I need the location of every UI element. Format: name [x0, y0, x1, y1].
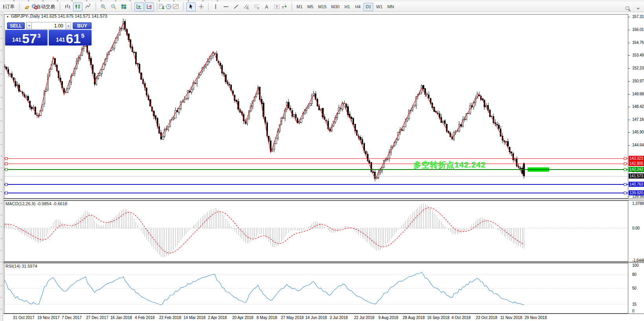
rsi-tick-label: 0 — [632, 309, 634, 313]
sell-price-big: 57 — [22, 33, 37, 44]
date-axis[interactable]: 31 Oct 201719 Nov 20177 Dec 201727 Dec 2… — [3, 314, 644, 321]
timeframe-m1-button[interactable]: M1 — [295, 3, 305, 11]
date-tick-label: 11 Nov 2018 — [500, 316, 522, 320]
arrow-tools-button[interactable]: ▼ — [283, 2, 289, 11]
annotation-text: 多空转折点142.242 — [413, 160, 486, 170]
collapse-panel-icon[interactable]: ▲ — [6, 15, 9, 18]
new-order-label: 订单 — [5, 4, 15, 10]
date-tick-label: 16 Jan 2018 — [110, 316, 132, 320]
overflow-chevron-button[interactable] — [633, 4, 643, 13]
equidistant-channel-button[interactable]: E — [242, 2, 251, 11]
svg-text:F: F — [257, 7, 259, 10]
crosshair-button[interactable] — [196, 2, 206, 11]
date-tick-label: 7 Dec 2017 — [62, 316, 82, 320]
lot-decrease-button[interactable]: ▼ — [26, 22, 32, 29]
line-handle — [5, 168, 7, 171]
price-tick-mark — [628, 145, 630, 146]
zoom-in-button[interactable] — [99, 2, 108, 11]
rsi-tick-label: 50 — [632, 286, 637, 290]
price-tick-mark — [628, 107, 630, 107]
cursor-button[interactable] — [186, 2, 196, 11]
price-tick-mark — [628, 43, 630, 43]
grip-dots — [1, 15, 2, 313]
date-tick-label: 14 Jun 2018 — [305, 316, 327, 320]
buy-price-sup: 5 — [81, 32, 84, 39]
gold-button[interactable] — [22, 2, 32, 11]
line-handle — [5, 183, 7, 186]
new-order-button[interactable]: 订单 — [1, 2, 17, 11]
panel-separator[interactable] — [3, 262, 644, 263]
timeframe-m15-button[interactable]: M15 — [316, 3, 328, 11]
line-handle — [624, 192, 626, 194]
buy-price-prefix: 141 — [56, 36, 65, 43]
line-handle — [5, 192, 7, 194]
date-tick-label: 28 Aug 2018 — [403, 316, 425, 320]
line-handle — [624, 168, 626, 171]
autotrading-label: 自动交易 — [36, 4, 55, 10]
chart-shift-button[interactable] — [145, 2, 154, 11]
toolbar-grip — [156, 3, 158, 11]
toolbar-grip — [59, 3, 61, 11]
line-handle — [5, 157, 7, 160]
candlestick-button[interactable] — [73, 2, 83, 11]
timeframe-m5-button[interactable]: M5 — [305, 3, 315, 11]
zoom-out-button[interactable] — [109, 2, 118, 11]
date-tick-label: 14 Mar 2018 — [183, 316, 205, 320]
sell-price-panel[interactable]: 141 57 3 — [5, 30, 48, 46]
toolbar-grip — [131, 3, 132, 11]
svg-text:E: E — [247, 7, 249, 10]
tile-windows-button[interactable] — [119, 2, 128, 11]
price-badge: 141.573 — [629, 173, 644, 179]
search-button[interactable] — [623, 4, 633, 13]
bar-chart-button[interactable] — [63, 2, 72, 11]
timeframe-h4-button[interactable]: H4 — [353, 3, 363, 11]
price-chart[interactable] — [4, 14, 628, 199]
trendline-button[interactable] — [231, 2, 241, 11]
buy-price-panel[interactable]: 141 61 5 — [49, 30, 92, 46]
rsi-tick-label: 15 — [632, 302, 637, 306]
price-tick-mark — [628, 94, 630, 95]
vertical-line-button[interactable] — [211, 2, 220, 11]
timeframe-d1-button[interactable]: D1 — [363, 3, 373, 11]
timeframe-mn-button[interactable]: MN — [385, 3, 396, 11]
price-tick-label: 152.235 — [632, 66, 644, 70]
text-label-button[interactable]: T — [272, 2, 282, 11]
timeframe-h1-button[interactable]: H1 — [342, 3, 352, 11]
date-tick-label: 22 Jul 2018 — [354, 316, 374, 320]
date-tick-label: 2 Apr 2018 — [208, 316, 227, 320]
price-tick-mark — [628, 120, 630, 120]
line-handle — [624, 162, 626, 165]
price-tick-label: 157.310 — [632, 15, 644, 19]
price-tick-label: 149.680 — [632, 92, 644, 96]
buy-price-big: 61 — [66, 33, 81, 44]
date-tick-label: 23 Oct 2018 — [476, 316, 497, 320]
date-tick-label: 4 Feb 2018 — [135, 316, 155, 320]
horizontal-line-button[interactable] — [221, 2, 231, 11]
macd-panel[interactable] — [4, 201, 628, 262]
price-tick-mark — [628, 17, 630, 17]
toolbar-groups: ▼▼▼EFAT▼M1M5M15M30H1H4D1W1MN — [57, 2, 396, 11]
lot-increase-button[interactable]: ▲ — [66, 22, 71, 29]
date-tick-label: 31 Oct 2017 — [13, 316, 34, 320]
line-handle — [5, 162, 7, 165]
panel-separator[interactable] — [3, 199, 644, 201]
text-button[interactable]: A — [262, 2, 272, 11]
lot-size-input[interactable] — [32, 22, 66, 29]
fibonacci-button[interactable]: F — [252, 2, 261, 11]
price-badge: 139.920 — [629, 190, 644, 195]
toolbar-grip — [19, 3, 20, 11]
sell-button[interactable]: SELL — [7, 22, 25, 29]
timeframe-m30-button[interactable]: M30 — [329, 3, 341, 11]
docked-panel-strip[interactable] — [0, 12, 3, 321]
auto-scroll-button[interactable] — [134, 2, 144, 11]
rsi-panel[interactable] — [4, 263, 628, 314]
autotrading-button[interactable]: 自动交易 — [32, 2, 57, 11]
buy-button[interactable]: BUY — [73, 22, 92, 29]
rsi-label: RSI(14) 31.5974 — [6, 264, 37, 268]
template-button[interactable]: ▼ — [174, 2, 180, 11]
sell-price-sup: 3 — [37, 32, 40, 39]
timeframe-w1-button[interactable]: W1 — [374, 3, 385, 11]
line-chart-button[interactable] — [83, 2, 93, 11]
price-tick-label: 154.755 — [632, 40, 644, 45]
buy-label: BUY — [77, 23, 87, 29]
